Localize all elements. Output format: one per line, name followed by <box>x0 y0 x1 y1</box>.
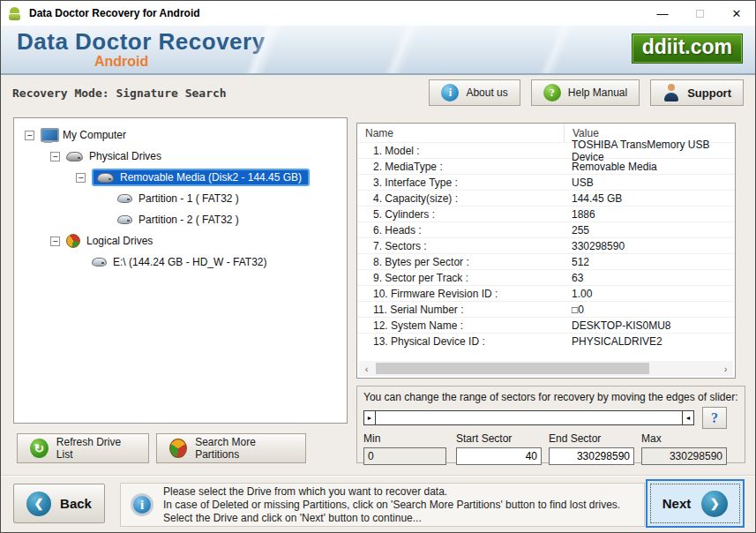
property-value: 330298590 <box>564 240 735 252</box>
property-name: 3. Interface Type : <box>357 176 564 189</box>
property-value: Removable Media <box>564 161 735 173</box>
sector-range-group: You can change the range of sectors for … <box>356 386 745 463</box>
property-value: PHYSICALDRIVE2 <box>564 335 735 348</box>
end-sector-label: End Sector <box>549 432 634 445</box>
collapse-icon[interactable]: − <box>76 173 86 183</box>
instructions-panel: i Please select the Drive from which you… <box>120 483 645 527</box>
horizontal-scrollbar[interactable]: ‹ › <box>359 361 733 376</box>
support-button[interactable]: Support <box>650 79 744 106</box>
recovery-mode-label: Recovery Mode: Signature Search <box>12 86 227 100</box>
about-us-label: About us <box>466 86 507 99</box>
property-value: 144.45 GB <box>564 192 735 205</box>
table-row: 2. MediaType : Removable Media <box>357 158 735 174</box>
tree-item-label: My Computer <box>63 129 126 141</box>
scrollbar-thumb[interactable] <box>376 363 649 374</box>
tree-item[interactable]: Partition - 2 ( FAT32 ) <box>14 209 347 230</box>
table-row: 1. Model : TOSHIBA TransMemory USB Devic… <box>357 142 735 158</box>
next-label: Next <box>662 496 692 511</box>
tree-item[interactable]: − Logical Drives <box>14 230 347 251</box>
property-value: TOSHIBA TransMemory USB Device <box>564 139 735 163</box>
help-manual-label: Help Manual <box>568 86 627 99</box>
tree-item[interactable]: E:\ (144.24 GB - HD_W - FAT32) <box>14 251 347 273</box>
app-window: Data Doctor Recovery for Android — ✕ Dat… <box>0 0 756 533</box>
table-row: 4. Capacity(size) : 144.45 GB <box>357 190 735 206</box>
max-label: Max <box>641 432 727 445</box>
property-name: 1. Model : <box>357 145 564 157</box>
person-icon <box>662 84 680 101</box>
scroll-right-icon[interactable]: › <box>718 361 733 376</box>
app-subtitle: Android <box>94 54 266 70</box>
property-value: 512 <box>564 256 735 268</box>
refresh-drive-list-button[interactable]: ↻ Refresh Drive List <box>17 433 149 463</box>
start-sector-label: Start Sector <box>456 432 542 445</box>
footer-bar: ❮ Back i Please select the Drive from wh… <box>1 475 755 533</box>
tree-item-label: Physical Drives <box>89 150 161 162</box>
question-circle-icon: ? <box>543 84 561 101</box>
max-field <box>641 447 727 465</box>
slider-caption: You can change the range of sectors for … <box>363 391 738 403</box>
refresh-label: Refresh Drive List <box>56 436 136 461</box>
computer-icon <box>41 128 56 142</box>
tree-item[interactable]: − Physical Drives <box>14 146 347 167</box>
property-value: □0 <box>564 304 735 316</box>
instructions-text: Please select the Drive from which you w… <box>163 485 620 525</box>
slider-help-button[interactable]: ? <box>702 407 727 429</box>
property-name: 10. Firmware Revision ID : <box>357 288 564 300</box>
drive-icon <box>117 215 132 224</box>
property-value: USB <box>564 176 735 189</box>
table-row: 5. Cylinders : 1886 <box>357 206 735 221</box>
table-row: 11. Serial Number : □0 <box>357 301 735 317</box>
help-manual-button[interactable]: ? Help Manual <box>531 79 640 106</box>
title-bar: Data Doctor Recovery for Android — ✕ <box>1 1 755 26</box>
drive-icon <box>66 152 83 161</box>
info-circle-icon: i <box>441 84 459 101</box>
drive-properties-table: Name Value 1. Model : TOSHIBA TransMemor… <box>356 123 736 379</box>
minimize-button[interactable]: — <box>644 1 681 26</box>
maximize-button[interactable] <box>681 1 718 26</box>
table-row: 8. Bytes per Sector : 512 <box>357 253 735 269</box>
collapse-icon[interactable]: − <box>50 152 60 161</box>
header-banner: Data Doctor Recovery Android ddiit.com <box>1 26 755 75</box>
drive-tree-panel: − My Computer − Physical Drives − Remova… <box>13 117 348 424</box>
pie-chart-icon <box>169 439 187 458</box>
drive-icon <box>97 173 114 183</box>
next-button[interactable]: Next ❯ <box>646 479 745 528</box>
collapse-icon[interactable]: − <box>50 236 60 246</box>
refresh-icon: ↻ <box>30 439 49 458</box>
start-sector-field[interactable] <box>456 447 542 465</box>
end-sector-field[interactable] <box>549 447 634 465</box>
collapse-icon[interactable]: − <box>25 131 34 140</box>
sector-range-slider[interactable]: ► ◄ <box>363 410 694 425</box>
property-name: 11. Serial Number : <box>357 304 564 316</box>
property-value: DESKTOP-KIS0MU8 <box>564 319 735 332</box>
tree-item-label: Removable Media (Disk2 - 144.45 GB) <box>120 171 302 184</box>
about-us-button[interactable]: i About us <box>429 79 520 106</box>
info-icon: i <box>131 493 153 516</box>
search-more-partitions-button[interactable]: Search More Partitions <box>156 433 306 463</box>
slider-left-handle[interactable]: ► <box>364 411 376 424</box>
property-name: 9. Sector per Track : <box>357 272 564 284</box>
property-value: 1886 <box>564 208 735 221</box>
tree-item[interactable]: Partition - 1 ( FAT32 ) <box>14 188 347 209</box>
tree-item-selected[interactable]: − Removable Media (Disk2 - 144.45 GB) <box>14 167 347 188</box>
property-name: 13. Physical Device ID : <box>357 335 564 348</box>
toolbar-buttons: i About us ? Help Manual Support <box>429 79 744 106</box>
table-row: 12. System Name : DESKTOP-KIS0MU8 <box>357 317 735 333</box>
back-button[interactable]: ❮ Back <box>13 484 105 523</box>
table-row: 10. Firmware Revision ID : 1.00 <box>357 285 735 301</box>
pie-chart-icon <box>66 234 80 248</box>
property-name: 12. System Name : <box>357 319 564 332</box>
min-field <box>363 447 446 465</box>
tree-item-label: Partition - 2 ( FAT32 ) <box>138 214 239 226</box>
drive-icon <box>117 194 132 203</box>
scroll-left-icon[interactable]: ‹ <box>359 361 374 376</box>
tree-item[interactable]: − My Computer <box>14 124 347 146</box>
slider-right-handle[interactable]: ◄ <box>682 411 693 424</box>
table-row: 3. Interface Type : USB <box>357 174 735 190</box>
tree-item-label: Logical Drives <box>86 235 153 247</box>
close-button[interactable]: ✕ <box>718 1 755 26</box>
table-row: 9. Sector per Track : 63 <box>357 269 735 285</box>
table-row: 6. Heads : 255 <box>357 221 735 237</box>
property-value: 63 <box>564 272 735 284</box>
column-name: Name <box>357 127 564 139</box>
